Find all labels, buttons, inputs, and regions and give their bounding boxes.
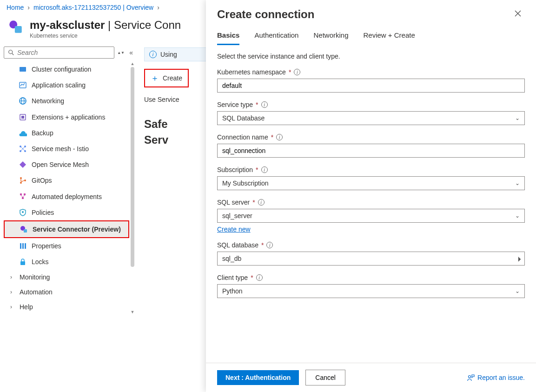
blade-title: Create connection — [217, 8, 314, 21]
properties-icon — [19, 242, 27, 250]
svg-point-35 — [469, 376, 471, 378]
breadcrumb-resource[interactable]: microsoft.aks-1721132537250 | Overview — [33, 4, 153, 11]
svg-rect-1 — [15, 26, 22, 33]
create-connection-blade: Create connection Basics Authentication … — [206, 0, 536, 392]
subscription-select[interactable]: My Subscription ⌄ — [217, 176, 525, 190]
sidebar-item-cluster-config[interactable]: Cluster configuration — [4, 61, 129, 77]
sidebar-item-locks[interactable]: Locks — [4, 254, 129, 270]
gitops-icon — [19, 176, 27, 185]
connection-name-input[interactable] — [217, 144, 525, 158]
sidebar-scrollbar[interactable]: ▲ ▼ — [130, 61, 135, 314]
chevron-right-icon: › — [157, 4, 159, 11]
sidebar-item-label: Service Connector (Preview) — [33, 225, 121, 233]
sidebar-item-istio[interactable]: Service mesh - Istio — [4, 141, 129, 157]
field-client-type: Client type * i Python ⌄ — [217, 274, 525, 298]
sidebar-item-label: Automated deployments — [32, 193, 102, 201]
field-label-text: Subscription — [217, 166, 253, 173]
search-input-wrap[interactable] — [4, 47, 114, 59]
scroll-down-icon[interactable]: ▼ — [130, 310, 135, 314]
select-value: SQL Database — [222, 114, 265, 122]
open-service-mesh-icon — [19, 160, 27, 169]
sidebar-item-label: Extensions + applications — [32, 113, 105, 121]
info-icon: i — [149, 51, 157, 58]
sidebar-item-app-scaling[interactable]: Application scaling — [4, 77, 129, 93]
blade-footer: Next : Authentication Cancel Report an i… — [206, 363, 536, 392]
info-icon[interactable]: i — [258, 199, 265, 206]
sidebar: ▲▼ « Cluster configuration Application s… — [0, 45, 139, 392]
svg-rect-23 — [22, 197, 24, 199]
client-type-select[interactable]: Python ⌄ — [217, 284, 525, 298]
scrollbar-thumb[interactable] — [131, 67, 134, 267]
chevron-right-icon: › — [10, 274, 15, 280]
collapse-sidebar-icon[interactable]: « — [126, 49, 136, 56]
sidebar-item-backup[interactable]: Backup — [4, 125, 129, 141]
info-icon[interactable]: i — [256, 274, 263, 281]
sidebar-item-label: Service mesh - Istio — [32, 145, 89, 153]
field-namespace: Kubernetes namespace * i — [217, 68, 525, 93]
field-sql-database: SQL database * i sql_db ◢ — [217, 241, 525, 266]
service-type-select[interactable]: SQL Database ⌄ — [217, 111, 525, 125]
blade-intro-text: Select the service instance and client t… — [217, 53, 525, 60]
sidebar-item-automated-deploy[interactable]: Automated deployments — [4, 189, 129, 205]
close-button[interactable] — [511, 7, 525, 21]
sidebar-group-automation[interactable]: › Automation — [4, 285, 129, 299]
sidebar-item-label: Policies — [32, 208, 54, 217]
sidebar-group-label: Automation — [20, 288, 53, 296]
info-icon[interactable]: i — [266, 242, 273, 248]
scroll-up-icon[interactable]: ▲ — [130, 61, 135, 66]
next-button[interactable]: Next : Authentication — [217, 370, 299, 385]
sql-database-select[interactable]: sql_db ◢ — [217, 252, 525, 266]
namespace-input[interactable] — [217, 79, 525, 93]
tab-authentication[interactable]: Authentication — [254, 31, 298, 45]
chevron-right-icon: › — [27, 4, 30, 11]
field-label-text: Kubernetes namespace — [217, 68, 286, 76]
svg-point-26 — [22, 211, 24, 213]
info-icon[interactable]: i — [261, 101, 268, 108]
svg-line-24 — [21, 195, 23, 197]
field-service-type: Service type * i SQL Database ⌄ — [217, 101, 525, 125]
sidebar-group-label: Monitoring — [20, 273, 50, 281]
field-connection-name: Connection name * i — [217, 133, 525, 158]
search-input[interactable] — [17, 49, 110, 56]
tab-review-create[interactable]: Review + Create — [363, 31, 415, 45]
info-icon[interactable]: i — [261, 166, 268, 173]
chevron-down-icon: ⌄ — [515, 180, 520, 186]
info-icon[interactable]: i — [294, 69, 300, 75]
sidebar-group-help[interactable]: › Help — [4, 299, 129, 314]
create-new-sql-server-link[interactable]: Create new — [217, 226, 251, 233]
sidebar-group-monitoring[interactable]: › Monitoring — [4, 270, 129, 285]
tab-networking[interactable]: Networking — [313, 31, 348, 45]
sidebar-item-label: Open Service Mesh — [32, 160, 89, 169]
required-asterisk: * — [256, 101, 258, 108]
required-asterisk: * — [261, 241, 264, 249]
sidebar-item-label: Locks — [32, 258, 49, 266]
sort-icon[interactable]: ▲▼ — [117, 51, 124, 54]
cancel-button[interactable]: Cancel — [305, 370, 345, 385]
svg-point-18 — [20, 177, 22, 179]
sidebar-item-networking[interactable]: Networking — [4, 93, 129, 109]
sql-server-select[interactable]: sql_server ⌄ — [217, 209, 525, 223]
select-value: Python — [222, 287, 243, 295]
sidebar-item-extensions[interactable]: Extensions + applications — [4, 109, 129, 125]
report-issue-link[interactable]: Report an issue. — [467, 374, 525, 381]
create-button-highlight: ＋ Create — [144, 69, 189, 87]
svg-rect-28 — [24, 229, 27, 233]
cluster-config-icon — [19, 65, 27, 73]
sidebar-item-service-connector[interactable]: Service Connector (Preview) — [4, 220, 129, 238]
svg-rect-29 — [20, 243, 21, 249]
sidebar-item-properties[interactable]: Properties — [4, 238, 129, 254]
breadcrumb-home[interactable]: Home — [7, 4, 24, 11]
create-button[interactable]: ＋ Create — [145, 70, 188, 86]
sidebar-item-label: Properties — [32, 242, 61, 250]
sidebar-item-gitops[interactable]: GitOps — [4, 173, 129, 188]
kubernetes-service-icon — [7, 19, 24, 35]
sidebar-item-osm[interactable]: Open Service Mesh — [4, 157, 129, 173]
svg-rect-21 — [20, 193, 22, 195]
tab-basics[interactable]: Basics — [217, 31, 239, 45]
svg-rect-4 — [20, 67, 26, 72]
info-icon[interactable]: i — [276, 134, 283, 140]
sidebar-item-policies[interactable]: Policies — [4, 205, 129, 220]
field-subscription: Subscription * i My Subscription ⌄ — [217, 166, 525, 190]
lock-icon — [19, 258, 27, 266]
select-value: My Subscription — [222, 179, 269, 187]
